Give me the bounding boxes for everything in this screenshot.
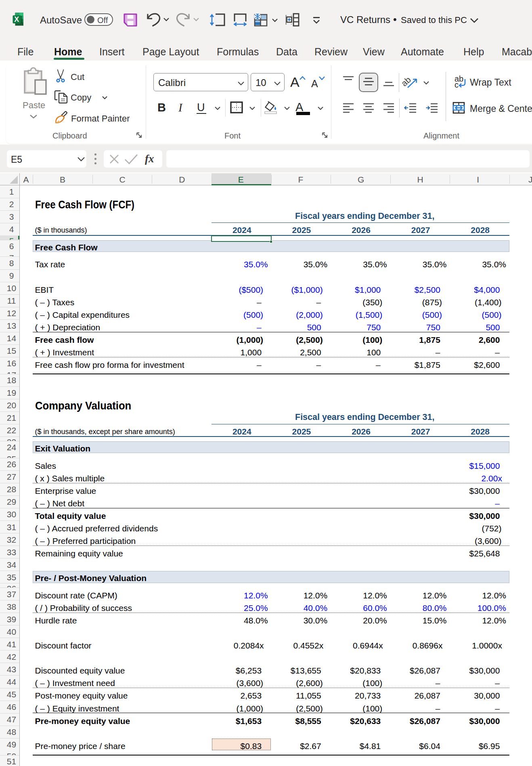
svg-text:X: X	[14, 15, 19, 23]
svg-text:c: c	[455, 80, 459, 89]
